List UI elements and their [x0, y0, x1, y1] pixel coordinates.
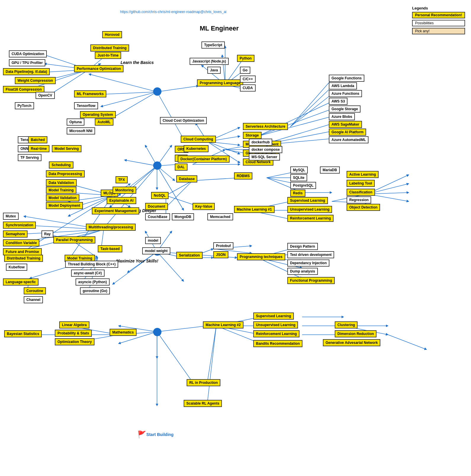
parallel-programming-node: Parallel Programming	[53, 236, 95, 243]
regression-node: Regression	[347, 196, 371, 203]
memcached-node: Memcached	[207, 213, 233, 220]
horovod-node: Horovod	[102, 31, 122, 38]
data-validation-node: Data Validation	[46, 179, 77, 186]
ml2-node: Machine Learning #2	[203, 321, 243, 328]
mysql-node: MySQL	[290, 166, 308, 174]
channel-node: Channel	[24, 296, 43, 303]
github-link[interactable]: https://github.com/chris-chris/ml-engine…	[136, 9, 210, 15]
async-await-node: async-await (C#)	[71, 270, 105, 277]
java-node: Java	[207, 67, 221, 74]
couchbase-node: CouchBase	[145, 213, 170, 220]
azure-functions-node: Azure Functions	[329, 90, 362, 97]
svg-line-53	[166, 181, 193, 207]
data-pipeline-node: Data Pipeline(eg. tf.data)	[3, 68, 50, 75]
realtime-node: Real-time	[28, 145, 49, 152]
model-deployment-node: Model Deployment	[46, 202, 83, 209]
mongodb-node: MongoDB	[172, 213, 194, 220]
document-node: Document	[145, 203, 168, 210]
json-node: JSON	[213, 251, 228, 258]
python-node: Python	[237, 55, 254, 62]
mutex-node: Mutex	[3, 213, 19, 220]
title: ML Engineer	[190, 24, 249, 33]
database-node: Database	[176, 175, 197, 182]
nosql-node: NoSQL	[151, 192, 169, 199]
learn-basics-label: Learn the Basics	[118, 59, 156, 66]
svg-line-24	[207, 142, 240, 154]
azure-blobs-node: Azure Blobs	[329, 113, 355, 120]
clustering-node: Clustering	[335, 321, 358, 328]
kubeflow-node: Kubeflow	[6, 264, 27, 271]
ray-node: Ray	[41, 230, 53, 238]
protobuf-node: Protobuf	[213, 242, 233, 249]
tfx-node: TFX	[116, 176, 128, 183]
model-serving-node: Model Serving	[52, 145, 81, 152]
hub-middle	[153, 161, 161, 170]
dockerhub-node: dockerhub	[249, 139, 272, 146]
legend-pick-any: Pick any!	[412, 28, 465, 34]
svg-line-5	[101, 92, 157, 107]
optimization-theory-node: Optimization Theory	[55, 338, 94, 345]
svg-line-52	[166, 181, 193, 195]
sqlite-node: SQLite	[290, 174, 307, 181]
supervised-learning2-node: Supervised Learning	[253, 312, 294, 320]
operating-system-node: Operating System	[80, 111, 116, 118]
dimension-reduction-node: Dimension Reduction	[335, 330, 377, 337]
aws-lambda-node: AWS Lambda	[329, 82, 357, 89]
kubernetes-node: Kubernetes	[184, 145, 209, 152]
ms-sql-node: MS-SQL Server	[249, 153, 280, 161]
key-value-node: Key-Value	[193, 203, 215, 210]
condition-variable-node: Condition Variable	[3, 239, 39, 246]
test-driven-node: Test driven development	[287, 251, 334, 258]
just-in-time-node: Just-In-Time	[95, 52, 121, 59]
automl-node: AutoML	[95, 118, 113, 126]
mariadb-node: MariaDB	[320, 166, 340, 174]
reinforcement-learning1-node: Reinforcement Learning	[287, 215, 334, 222]
probability-stats-node: Probability & Stats	[55, 330, 92, 337]
storage-node: Storage	[243, 132, 262, 139]
model-weight-node: model weight	[142, 247, 170, 254]
google-functions-node: Google Functions	[329, 75, 364, 82]
active-learning-node: Active Learning	[347, 171, 379, 178]
monitoring-node: Monitoring	[113, 187, 136, 194]
thread-building-block-node: Thread Building Block (C++)	[65, 261, 118, 268]
start-building-label: 🚩 Start Building	[136, 429, 175, 440]
svg-line-113	[157, 326, 207, 332]
cuda-node: CUDA	[240, 84, 256, 92]
dal-node: DAL	[175, 164, 188, 171]
diagram-container: Legends Personal Recommendation! Possibi…	[0, 0, 471, 476]
svg-line-2	[89, 74, 157, 92]
labeling-tool-node: Labeling Tool	[347, 180, 375, 187]
weight-compression-node: Weight Compression	[15, 77, 56, 84]
rdbms-node: RDBMS	[234, 172, 252, 179]
future-promise-node: Future and Promise	[3, 248, 42, 255]
task-based-node: Task-based	[98, 245, 122, 252]
microsoft-nni-node: Microsoft NNI	[67, 127, 95, 134]
batched-node: Batched	[28, 136, 47, 143]
model-node: model	[145, 237, 161, 244]
hub-lowest	[153, 328, 161, 336]
svg-line-51	[193, 178, 240, 181]
unsupervised-learning1-node: Unsupervised Learning	[287, 206, 332, 213]
ml1-node: Machine Learning #1	[234, 206, 275, 213]
svg-line-29	[290, 94, 332, 127]
dump-analysis-node: Dump analysis	[287, 268, 318, 275]
svg-line-125	[207, 326, 216, 382]
svg-line-30	[258, 102, 332, 136]
legend-title: Legends	[412, 6, 465, 10]
multithreading-node: Multithreading/processing	[86, 224, 136, 231]
typescript-node: TypeScript	[201, 41, 225, 49]
javascript-node: Javascript (Node.js)	[190, 58, 229, 65]
svg-line-115	[157, 332, 193, 382]
programming-techniques-node: Programming techniques	[237, 253, 285, 260]
design-pattern-node: Design Pattern	[287, 243, 318, 250]
maximize-skills-label: Maximize Your Skills!	[114, 258, 160, 264]
mathematics-node: Mathematics	[110, 329, 137, 336]
generative-adversarial-node: Generative Advesarial Network	[323, 339, 380, 346]
hub-top	[153, 87, 161, 96]
tensorflow-node: Tensorflow	[74, 102, 98, 109]
svg-line-3	[157, 92, 184, 139]
tf-serving-node: TF Serving	[18, 154, 41, 161]
c-cpp-node: C/C++	[240, 76, 256, 83]
svg-line-91	[113, 252, 157, 284]
bayesian-statistics-node: Bayesian Statistics	[4, 330, 42, 337]
